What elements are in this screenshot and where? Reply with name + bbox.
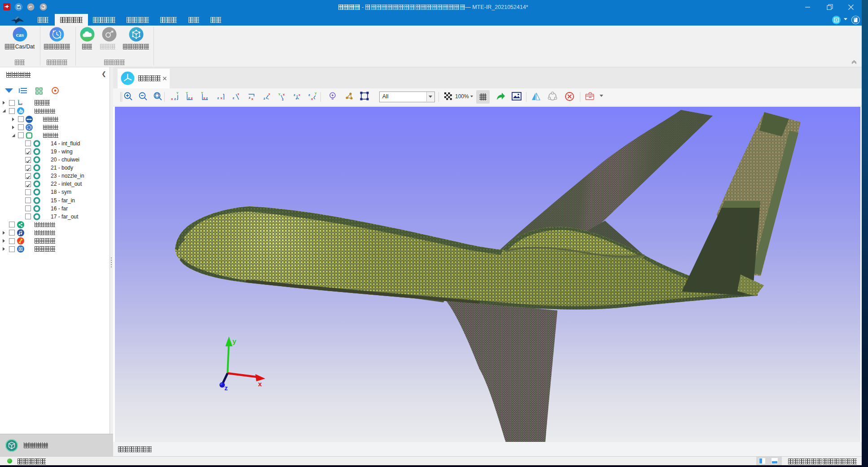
svg-text:z: z (294, 93, 295, 97)
svg-text:Y: Y (278, 93, 281, 96)
svg-text:z: z (206, 96, 208, 100)
svg-text:z: z (308, 93, 310, 97)
svg-text:Y: Y (186, 92, 188, 95)
svg-text:x: x (237, 92, 239, 96)
svg-text:x: x (171, 97, 173, 101)
svg-text:z: z (174, 97, 176, 101)
svg-text:z: z (282, 97, 284, 101)
svg-text:x: x (251, 97, 254, 101)
svg-text:x: x (258, 380, 262, 388)
svg-text:Y: Y (176, 92, 179, 95)
svg-text:z: z (224, 384, 228, 392)
svg-text:x: x (283, 92, 285, 96)
svg-text:x: x (21, 102, 23, 105)
svg-text:z: z (188, 96, 190, 100)
svg-text:x: x (191, 96, 193, 100)
svg-text:↑: ↑ (18, 99, 19, 102)
svg-text:x: x (203, 96, 206, 100)
svg-text:z: z (263, 96, 265, 100)
svg-text:Y: Y (201, 92, 203, 95)
svg-text:x: x (311, 97, 313, 101)
svg-text:Y: Y (315, 92, 317, 95)
svg-text:cas: cas (16, 31, 24, 38)
svg-text:z: z (19, 102, 21, 105)
svg-text:x: x (298, 93, 300, 96)
svg-text:z: z (232, 96, 234, 100)
svg-text:x: x (268, 92, 270, 96)
svg-text:z: z (217, 96, 219, 100)
svg-text:x: x (220, 96, 223, 100)
svg-text:y: y (232, 337, 237, 345)
svg-text:z: z (249, 96, 250, 100)
